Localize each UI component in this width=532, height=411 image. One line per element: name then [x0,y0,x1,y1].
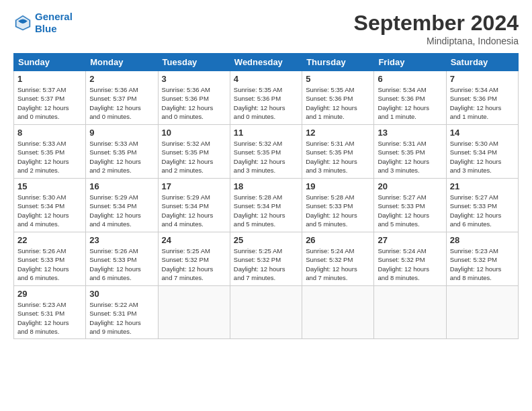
day-info: Sunrise: 5:24 AM Sunset: 5:32 PM Dayligh… [378,246,442,282]
calendar-cell: 29Sunrise: 5:23 AM Sunset: 5:31 PM Dayli… [14,286,86,339]
calendar-cell [230,286,302,339]
calendar-cell: 19Sunrise: 5:28 AM Sunset: 5:33 PM Dayli… [302,179,374,232]
day-number: 7 [450,74,515,84]
calendar-cell: 3Sunrise: 5:36 AM Sunset: 5:36 PM Daylig… [158,71,230,125]
header: General Blue September 2024 Mindiptana, … [13,11,519,46]
day-number: 20 [378,181,442,191]
day-number: 8 [17,128,82,138]
calendar-cell: 16Sunrise: 5:29 AM Sunset: 5:34 PM Dayli… [86,179,158,232]
day-info: Sunrise: 5:35 AM Sunset: 5:36 PM Dayligh… [306,85,370,121]
day-number: 22 [17,235,82,245]
day-info: Sunrise: 5:28 AM Sunset: 5:33 PM Dayligh… [306,193,370,228]
day-info: Sunrise: 5:34 AM Sunset: 5:36 PM Dayligh… [450,85,515,121]
calendar-cell: 2Sunrise: 5:36 AM Sunset: 5:37 PM Daylig… [86,71,158,125]
col-header-saturday: Saturday [446,54,518,71]
col-header-thursday: Thursday [302,54,374,71]
calendar-cell: 30Sunrise: 5:22 AM Sunset: 5:31 PM Dayli… [86,286,158,339]
calendar-cell [446,286,518,339]
calendar-cell: 21Sunrise: 5:27 AM Sunset: 5:33 PM Dayli… [446,179,518,232]
day-info: Sunrise: 5:25 AM Sunset: 5:32 PM Dayligh… [162,246,226,282]
calendar-cell [158,286,230,339]
col-header-friday: Friday [374,54,446,71]
location: Mindiptana, Indonesia [354,36,519,46]
week-row-4: 22Sunrise: 5:26 AM Sunset: 5:33 PM Dayli… [14,232,519,286]
calendar-cell: 9Sunrise: 5:33 AM Sunset: 5:35 PM Daylig… [86,125,158,179]
month-title: September 2024 [354,11,519,36]
day-info: Sunrise: 5:29 AM Sunset: 5:34 PM Dayligh… [162,193,226,228]
day-info: Sunrise: 5:28 AM Sunset: 5:34 PM Dayligh… [234,193,298,228]
day-number: 23 [89,235,154,245]
day-number: 15 [17,181,82,191]
day-info: Sunrise: 5:26 AM Sunset: 5:33 PM Dayligh… [89,246,154,282]
day-info: Sunrise: 5:31 AM Sunset: 5:35 PM Dayligh… [378,139,442,175]
day-number: 30 [89,289,154,299]
calendar-cell: 20Sunrise: 5:27 AM Sunset: 5:33 PM Dayli… [374,179,446,232]
day-number: 29 [17,289,82,299]
day-number: 13 [378,128,442,138]
day-number: 9 [89,128,154,138]
day-info: Sunrise: 5:33 AM Sunset: 5:35 PM Dayligh… [89,139,154,175]
calendar-cell: 15Sunrise: 5:30 AM Sunset: 5:34 PM Dayli… [14,179,86,232]
calendar-cell: 18Sunrise: 5:28 AM Sunset: 5:34 PM Dayli… [230,179,302,232]
day-info: Sunrise: 5:31 AM Sunset: 5:35 PM Dayligh… [306,139,370,175]
day-info: Sunrise: 5:36 AM Sunset: 5:36 PM Dayligh… [162,85,226,121]
day-number: 25 [234,235,298,245]
calendar-cell: 13Sunrise: 5:31 AM Sunset: 5:35 PM Dayli… [374,125,446,179]
day-info: Sunrise: 5:24 AM Sunset: 5:32 PM Dayligh… [306,246,370,282]
calendar-cell: 28Sunrise: 5:23 AM Sunset: 5:32 PM Dayli… [446,232,518,286]
day-info: Sunrise: 5:23 AM Sunset: 5:32 PM Dayligh… [450,246,515,282]
day-info: Sunrise: 5:33 AM Sunset: 5:35 PM Dayligh… [17,139,82,175]
page: General Blue September 2024 Mindiptana, … [0,0,532,411]
day-number: 4 [234,74,298,84]
calendar-cell: 10Sunrise: 5:32 AM Sunset: 5:35 PM Dayli… [158,125,230,179]
day-info: Sunrise: 5:29 AM Sunset: 5:34 PM Dayligh… [89,193,154,228]
day-info: Sunrise: 5:32 AM Sunset: 5:35 PM Dayligh… [162,139,226,175]
day-info: Sunrise: 5:32 AM Sunset: 5:35 PM Dayligh… [234,139,298,175]
title-block: September 2024 Mindiptana, Indonesia [354,11,519,46]
calendar-cell: 26Sunrise: 5:24 AM Sunset: 5:32 PM Dayli… [302,232,374,286]
day-number: 6 [378,74,442,84]
calendar-cell: 7Sunrise: 5:34 AM Sunset: 5:36 PM Daylig… [446,71,518,125]
day-number: 27 [378,235,442,245]
day-number: 19 [306,181,370,191]
week-row-3: 15Sunrise: 5:30 AM Sunset: 5:34 PM Dayli… [14,179,519,232]
week-row-5: 29Sunrise: 5:23 AM Sunset: 5:31 PM Dayli… [14,286,519,339]
calendar-cell: 25Sunrise: 5:25 AM Sunset: 5:32 PM Dayli… [230,232,302,286]
day-info: Sunrise: 5:37 AM Sunset: 5:37 PM Dayligh… [17,85,82,121]
day-number: 14 [450,128,515,138]
day-info: Sunrise: 5:30 AM Sunset: 5:34 PM Dayligh… [17,193,82,228]
day-info: Sunrise: 5:36 AM Sunset: 5:37 PM Dayligh… [89,85,154,121]
calendar-cell: 8Sunrise: 5:33 AM Sunset: 5:35 PM Daylig… [14,125,86,179]
calendar-cell: 14Sunrise: 5:30 AM Sunset: 5:34 PM Dayli… [446,125,518,179]
day-number: 24 [162,235,226,245]
calendar-table: SundayMondayTuesdayWednesdayThursdayFrid… [13,53,519,339]
day-number: 5 [306,74,370,84]
logo-text: General Blue [35,11,73,35]
calendar-cell: 22Sunrise: 5:26 AM Sunset: 5:33 PM Dayli… [14,232,86,286]
calendar-cell: 1Sunrise: 5:37 AM Sunset: 5:37 PM Daylig… [14,71,86,125]
day-info: Sunrise: 5:35 AM Sunset: 5:36 PM Dayligh… [234,85,298,121]
day-info: Sunrise: 5:34 AM Sunset: 5:36 PM Dayligh… [378,85,442,121]
day-number: 17 [162,181,226,191]
logo: General Blue [13,11,73,35]
calendar-cell [302,286,374,339]
day-info: Sunrise: 5:25 AM Sunset: 5:32 PM Dayligh… [234,246,298,282]
col-header-tuesday: Tuesday [158,54,230,71]
calendar-cell: 23Sunrise: 5:26 AM Sunset: 5:33 PM Dayli… [86,232,158,286]
day-number: 16 [89,181,154,191]
calendar-cell: 17Sunrise: 5:29 AM Sunset: 5:34 PM Dayli… [158,179,230,232]
day-number: 28 [450,235,515,245]
calendar-cell: 11Sunrise: 5:32 AM Sunset: 5:35 PM Dayli… [230,125,302,179]
calendar-cell: 12Sunrise: 5:31 AM Sunset: 5:35 PM Dayli… [302,125,374,179]
week-row-2: 8Sunrise: 5:33 AM Sunset: 5:35 PM Daylig… [14,125,519,179]
day-number: 1 [17,74,82,84]
calendar-cell: 5Sunrise: 5:35 AM Sunset: 5:36 PM Daylig… [302,71,374,125]
logo-icon [13,13,32,32]
day-number: 18 [234,181,298,191]
day-number: 3 [162,74,226,84]
day-number: 2 [89,74,154,84]
col-header-wednesday: Wednesday [230,54,302,71]
day-number: 26 [306,235,370,245]
col-header-sunday: Sunday [14,54,86,71]
day-info: Sunrise: 5:27 AM Sunset: 5:33 PM Dayligh… [378,193,442,228]
